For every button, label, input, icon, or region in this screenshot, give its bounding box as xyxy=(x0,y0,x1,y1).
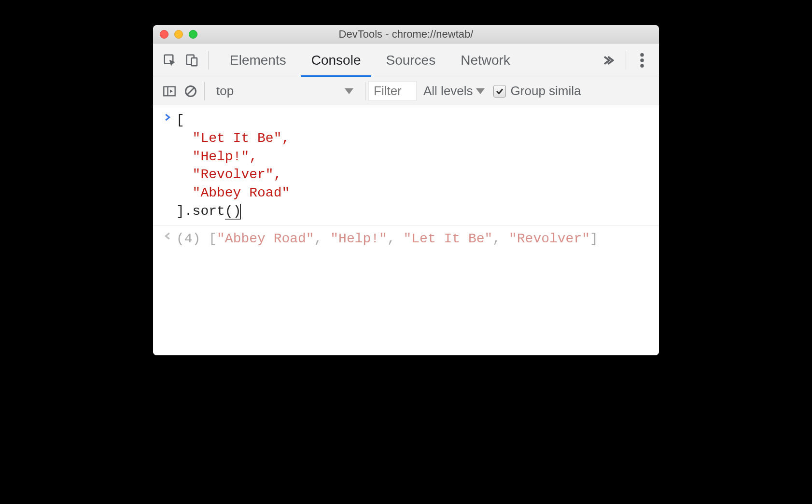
svg-point-5 xyxy=(640,64,644,68)
chevron-down-icon xyxy=(476,88,485,94)
minimize-window-button[interactable] xyxy=(174,30,183,39)
divider xyxy=(204,82,205,100)
more-options-icon[interactable] xyxy=(631,53,653,68)
console-output-row: (4) ["Abbey Road", "Help!", "Let It Be",… xyxy=(153,225,659,249)
tab-network[interactable]: Network xyxy=(448,43,523,77)
console-toolbar: top All levels Group simila xyxy=(153,77,659,105)
tab-console[interactable]: Console xyxy=(299,43,374,77)
clear-console-icon[interactable] xyxy=(180,81,201,102)
context-value: top xyxy=(216,84,234,98)
console-output-code: (4) ["Abbey Road", "Help!", "Let It Be",… xyxy=(176,230,598,248)
console-input-code[interactable]: [ "Let It Be", "Help!", "Revolver", "Abb… xyxy=(176,111,290,221)
zoom-window-button[interactable] xyxy=(189,30,197,39)
show-console-sidebar-icon[interactable] xyxy=(159,81,180,102)
tab-elements[interactable]: Elements xyxy=(217,43,299,77)
log-levels-selector[interactable]: All levels xyxy=(423,84,485,98)
divider xyxy=(208,51,209,70)
svg-rect-6 xyxy=(164,86,175,96)
input-prompt-icon xyxy=(159,111,176,221)
titlebar: DevTools - chrome://newtab/ xyxy=(153,25,659,43)
text-cursor xyxy=(240,204,241,219)
filter-input[interactable] xyxy=(368,81,417,101)
console-body[interactable]: [ "Let It Be", "Help!", "Revolver", "Abb… xyxy=(153,105,659,355)
divider xyxy=(365,82,365,100)
devtools-tabbar: Elements Console Sources Network xyxy=(153,43,659,77)
close-window-button[interactable] xyxy=(160,30,168,39)
group-similar-label: Group simila xyxy=(511,84,581,98)
more-tabs-button[interactable] xyxy=(593,53,621,68)
svg-point-4 xyxy=(640,58,644,62)
inspect-element-icon[interactable] xyxy=(159,49,181,71)
console-input-row[interactable]: [ "Let It Be", "Help!", "Revolver", "Abb… xyxy=(153,110,659,222)
svg-point-3 xyxy=(640,53,644,57)
tab-sources[interactable]: Sources xyxy=(373,43,448,77)
traffic-lights xyxy=(153,30,197,39)
devtools-window: DevTools - chrome://newtab/ Elements Con… xyxy=(153,25,659,355)
output-indicator-icon xyxy=(159,230,176,248)
divider xyxy=(626,51,626,70)
chevron-down-icon xyxy=(345,88,353,94)
svg-line-9 xyxy=(187,88,194,95)
context-selector[interactable]: top xyxy=(208,84,362,98)
window-title: DevTools - chrome://newtab/ xyxy=(153,28,659,41)
svg-rect-2 xyxy=(192,58,197,66)
group-similar-checkbox[interactable] xyxy=(493,85,506,98)
device-toolbar-icon[interactable] xyxy=(181,49,203,71)
panel-tabs: Elements Console Sources Network xyxy=(217,43,593,77)
levels-label: All levels xyxy=(423,84,473,98)
